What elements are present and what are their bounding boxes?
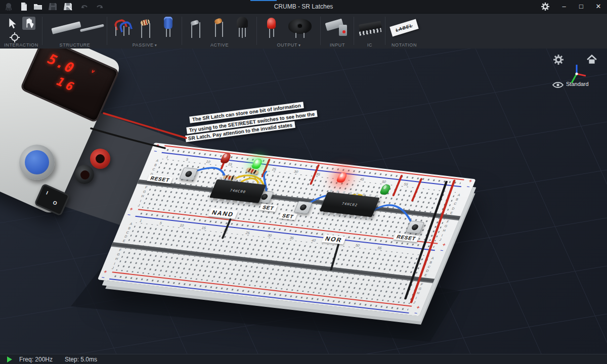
label-tag-component[interactable]: LABEL (389, 19, 418, 37)
group-label-active: ACTIVE (182, 42, 257, 48)
close-button[interactable]: ✕ (590, 0, 607, 13)
group-label-output: OUTPUT▾ (257, 42, 321, 48)
buzzer-component[interactable] (288, 19, 314, 38)
home-view-icon[interactable] (587, 55, 597, 65)
viewport-3d[interactable]: 5.0 v 16 I O + − + − (0, 49, 607, 354)
resistor-component[interactable] (139, 19, 154, 38)
titlebar: CRUMB - SR Latches – □ ✕ (0, 0, 607, 13)
group-label-interaction: INTERACTION (0, 42, 42, 48)
toolbar-group-passive: PASSIVE▾ (107, 14, 182, 49)
play-simulation-icon[interactable] (7, 356, 12, 362)
group-label-passive: PASSIVE▾ (107, 42, 182, 48)
photoresistor-component[interactable] (212, 18, 227, 38)
toolbar-group-ic: IC (354, 14, 385, 49)
eye-icon[interactable] (552, 81, 563, 89)
breadboard: + − + − 1 5 10 15 20 25 30 35 40 45 50 5… (98, 143, 476, 316)
toolbar-group-output: OUTPUT▾ (257, 14, 321, 49)
diode-component[interactable] (189, 19, 203, 38)
led-component[interactable] (265, 18, 278, 38)
toolbar-group-structure: STRUCTURE (42, 14, 107, 49)
psu-current-readout: 16 (55, 74, 78, 95)
toolbar-group-interaction: INTERACTION (0, 14, 42, 49)
minimize-button[interactable]: – (555, 0, 573, 13)
viewport-settings-gear-icon[interactable] (553, 55, 563, 65)
window-title: CRUMB - SR Latches (0, 0, 607, 13)
rod-component[interactable] (80, 24, 104, 32)
psu-knob-cap[interactable] (25, 150, 49, 174)
nand-ic-74hc00[interactable]: 74HC00 (209, 179, 266, 203)
camera-preset-label[interactable]: Standard (566, 81, 589, 87)
input-switch-component[interactable] (326, 19, 349, 38)
hand-tool[interactable] (22, 17, 35, 30)
psu-voltage-unit: v (91, 68, 96, 74)
transistor-component[interactable] (235, 17, 251, 38)
psu-positive-terminal[interactable] (90, 149, 110, 169)
dropdown-caret-icon: ▾ (155, 43, 157, 48)
psu-voltage-readout: 5.0 (46, 51, 77, 77)
jumper-wire-component[interactable] (113, 19, 131, 36)
sim-frequency: Freq: 200Hz (19, 356, 53, 363)
capacitor-component[interactable] (162, 17, 175, 38)
toolbar-group-active: ACTIVE (182, 14, 257, 49)
group-label-input: INPUT (321, 42, 354, 48)
red-lead-wire[interactable] (104, 113, 186, 138)
toolbar-group-notation: LABEL NOTATION (385, 14, 423, 49)
ic-chip-component[interactable] (358, 21, 382, 36)
app-window: CRUMB - SR Latches – □ ✕ INTERACTION (0, 0, 607, 364)
component-toolbar: INTERACTION STRUCTURE PASSIVE▾ (0, 13, 607, 49)
dropdown-caret-icon: ▾ (298, 43, 301, 48)
nor-ic-74hc02[interactable]: 74HC02 (320, 192, 380, 217)
group-label-structure: STRUCTURE (42, 42, 107, 48)
psu-negative-terminal[interactable] (75, 165, 94, 184)
psu-switch-off-mark: O (52, 200, 58, 206)
statusbar: Freq: 200Hz Step: 5.0ms (0, 354, 607, 364)
psu-voltage-knob[interactable] (19, 145, 55, 180)
toolbar-group-input: INPUT (321, 14, 354, 49)
breadboard-strip-component[interactable] (51, 21, 81, 34)
sim-step: Step: 5.0ms (65, 356, 97, 363)
group-label-notation: NOTATION (385, 42, 423, 48)
window-accent-bar (250, 0, 277, 1)
settings-gear-icon[interactable] (541, 3, 549, 11)
group-label-ic: IC (354, 42, 385, 48)
select-cursor-tool[interactable] (6, 17, 19, 30)
maximize-button[interactable]: □ (573, 0, 590, 13)
psu-switch-on-mark: I (46, 190, 49, 196)
